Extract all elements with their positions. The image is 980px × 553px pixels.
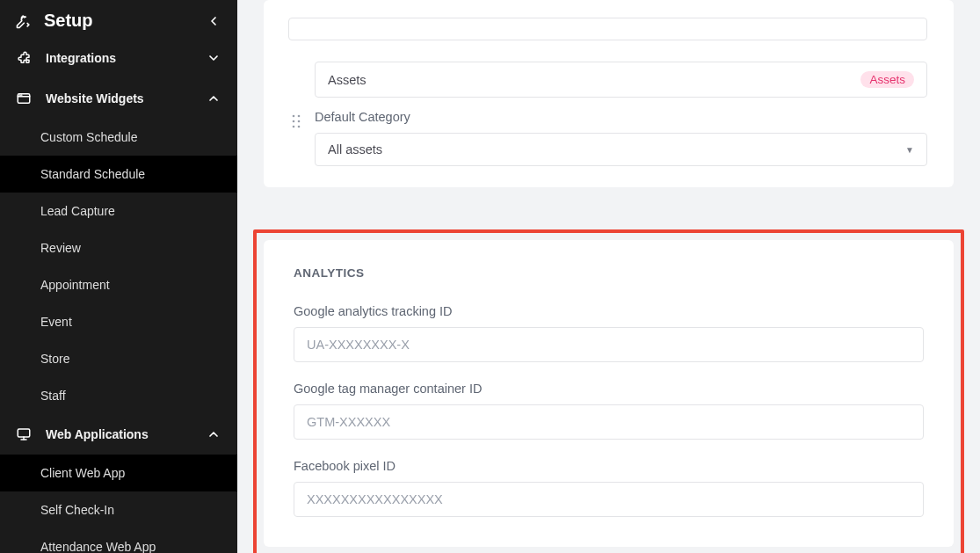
analytics-highlight: ANALYTICS Google analytics tracking ID G…	[253, 229, 964, 553]
website-widgets-sublist: Custom Schedule Standard Schedule Lead C…	[0, 119, 237, 414]
setup-icon	[14, 11, 33, 31]
sidebar-item-label: Integrations	[46, 51, 192, 65]
sidebar-item-store[interactable]: Store	[0, 340, 237, 377]
monitor-icon	[14, 425, 33, 444]
puzzle-icon	[14, 48, 33, 68]
chevron-down-icon	[204, 51, 223, 65]
sidebar-item-attendance-web-app[interactable]: Attendance Web App	[0, 528, 237, 553]
setup-sidebar: Setup Integrations Website Widgets Custo…	[0, 0, 237, 553]
sidebar-section-integrations[interactable]: Integrations	[0, 38, 237, 78]
sidebar-item-self-checkin[interactable]: Self Check-In	[0, 491, 237, 528]
fb-field-group: Facebook pixel ID	[294, 459, 924, 517]
svg-point-11	[293, 126, 295, 128]
sidebar-item-review[interactable]: Review	[0, 229, 237, 266]
analytics-title: ANALYTICS	[294, 266, 924, 280]
dropdown-triangle-icon: ▼	[905, 145, 914, 155]
sidebar-item-event[interactable]: Event	[0, 303, 237, 340]
analytics-card: ANALYTICS Google analytics tracking ID G…	[264, 240, 954, 547]
drag-handle-icon[interactable]	[290, 62, 302, 128]
default-category-select[interactable]: All assets ▼	[315, 133, 927, 166]
chevron-up-icon	[204, 91, 223, 106]
sidebar-item-appointment[interactable]: Appointment	[0, 266, 237, 303]
sidebar-item-lead-capture[interactable]: Lead Capture	[0, 193, 237, 229]
fb-label: Facebook pixel ID	[294, 459, 924, 473]
config-card: Assets Assets Default Category All asset…	[264, 0, 954, 187]
sidebar-item-standard-schedule[interactable]: Standard Schedule	[0, 156, 237, 193]
assets-field-block: Assets Assets Default Category All asset…	[264, 62, 954, 166]
chevron-left-icon[interactable]	[204, 14, 223, 28]
sidebar-item-staff[interactable]: Staff	[0, 377, 237, 414]
svg-point-3	[21, 95, 22, 96]
sidebar-section-web-applications[interactable]: Web Applications	[0, 414, 237, 455]
assets-tag-input[interactable]: Assets Assets	[315, 62, 927, 98]
svg-point-8	[298, 115, 301, 118]
svg-point-12	[298, 126, 301, 128]
assets-tag-text: Assets	[328, 73, 860, 87]
main-content: Assets Assets Default Category All asset…	[237, 0, 980, 553]
svg-point-7	[293, 115, 295, 118]
sidebar-item-label: Website Widgets	[46, 91, 192, 106]
svg-point-10	[298, 120, 301, 123]
sidebar-title: Setup	[44, 11, 193, 31]
ga-field-group: Google analytics tracking ID	[294, 304, 924, 362]
sidebar-item-label: Web Applications	[46, 427, 192, 441]
chevron-up-icon	[204, 427, 223, 441]
ga-label: Google analytics tracking ID	[294, 304, 924, 318]
sidebar-item-custom-schedule[interactable]: Custom Schedule	[0, 119, 237, 156]
prev-field-stub[interactable]	[288, 18, 927, 40]
gtm-field-group: Google tag manager container ID	[294, 382, 924, 440]
svg-rect-4	[18, 429, 30, 437]
default-category-label: Default Category	[315, 110, 927, 124]
gtm-container-id-input[interactable]	[294, 404, 924, 440]
sidebar-item-client-web-app[interactable]: Client Web App	[0, 455, 237, 491]
web-apps-sublist: Client Web App Self Check-In Attendance …	[0, 455, 237, 553]
svg-point-9	[293, 120, 295, 123]
default-category-value: All assets	[328, 142, 905, 156]
sidebar-header[interactable]: Setup	[0, 0, 237, 38]
sidebar-section-website-widgets[interactable]: Website Widgets	[0, 78, 237, 119]
browser-icon	[14, 89, 33, 108]
assets-badge: Assets	[860, 71, 914, 88]
svg-point-2	[19, 95, 20, 96]
ga-tracking-id-input[interactable]	[294, 327, 924, 362]
fb-pixel-id-input[interactable]	[294, 482, 924, 517]
gtm-label: Google tag manager container ID	[294, 382, 924, 396]
